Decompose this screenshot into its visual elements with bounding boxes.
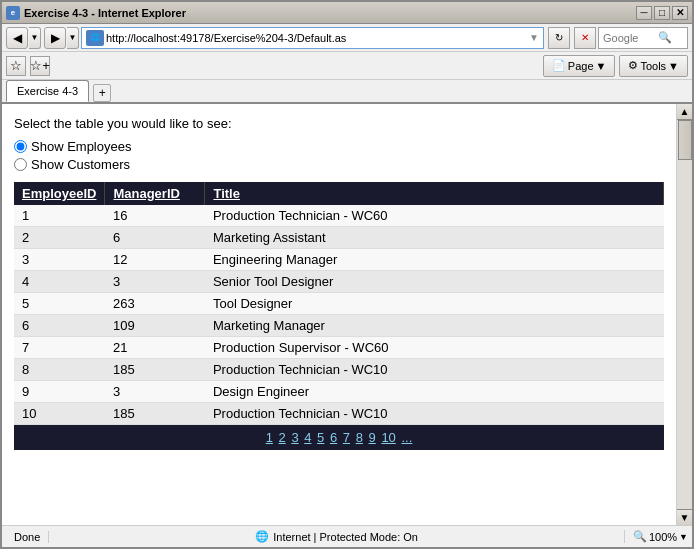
minimize-button[interactable]: ─	[636, 6, 652, 20]
stop-button[interactable]: ✕	[574, 27, 596, 49]
cell-managerid: 185	[105, 403, 205, 425]
page-button[interactable]: 📄 Page ▼	[543, 55, 616, 77]
browser-window: e Exercise 4-3 - Internet Explorer ─ □ ✕…	[0, 0, 694, 549]
cell-managerid: 263	[105, 293, 205, 315]
page-link-1[interactable]: 1	[266, 430, 273, 445]
page-link-3[interactable]: 3	[291, 430, 298, 445]
page-link-7[interactable]: 7	[343, 430, 350, 445]
address-bar[interactable]: 🌐 ▼	[81, 27, 544, 49]
page-link-5[interactable]: 5	[317, 430, 324, 445]
page-dropdown-icon: ▼	[596, 60, 607, 72]
cell-title: Senior Tool Designer	[205, 271, 664, 293]
search-icon[interactable]: 🔍	[658, 31, 672, 44]
page-link-4[interactable]: 4	[304, 430, 311, 445]
tools-button[interactable]: ⚙ Tools ▼	[619, 55, 688, 77]
status-bar: Done 🌐 Internet | Protected Mode: On 🔍 1…	[2, 525, 692, 547]
cell-employeeid: 9	[14, 381, 105, 403]
cell-title: Design Engineer	[205, 381, 664, 403]
table-row: 10 185 Production Technician - WC10	[14, 403, 664, 425]
page-icon-toolbar: 📄	[552, 59, 566, 72]
cell-title: Production Technician - WC60	[205, 205, 664, 227]
table-row: 9 3 Design Engineer	[14, 381, 664, 403]
forward-button[interactable]: ▶	[44, 27, 66, 49]
cell-managerid: 16	[105, 205, 205, 227]
pagination-bar: 1 2 3 4 5 6 7 8 9 10 ...	[14, 425, 664, 450]
search-bar[interactable]: 🔍	[598, 27, 688, 49]
cell-title: Engineering Manager	[205, 249, 664, 271]
table-header-row: EmployeeID ManagerID Title	[14, 182, 664, 205]
security-icon: 🌐	[255, 530, 269, 543]
cell-employeeid: 8	[14, 359, 105, 381]
address-input[interactable]	[106, 32, 525, 44]
zoom-icon: 🔍	[633, 530, 647, 543]
back-dropdown[interactable]: ▼	[29, 27, 41, 49]
scroll-up-button[interactable]: ▲	[677, 104, 692, 120]
cell-managerid: 21	[105, 337, 205, 359]
radio-customers-text: Show Customers	[31, 157, 130, 172]
scroll-track[interactable]	[677, 120, 692, 509]
window-title: Exercise 4-3 - Internet Explorer	[24, 7, 186, 19]
cell-title: Production Supervisor - WC60	[205, 337, 664, 359]
cell-employeeid: 1	[14, 205, 105, 227]
close-button[interactable]: ✕	[672, 6, 688, 20]
cell-title: Production Technician - WC10	[205, 403, 664, 425]
cell-title: Marketing Assistant	[205, 227, 664, 249]
radio-customers[interactable]	[14, 158, 27, 171]
zoom-value: 100%	[649, 531, 677, 543]
table-row: 7 21 Production Supervisor - WC60	[14, 337, 664, 359]
radio-employees[interactable]	[14, 140, 27, 153]
page-link-10[interactable]: 10	[381, 430, 395, 445]
add-favorites-button[interactable]: ☆+	[30, 56, 50, 76]
security-text: Internet | Protected Mode: On	[273, 531, 418, 543]
cell-managerid: 3	[105, 381, 205, 403]
page-link-2[interactable]: 2	[279, 430, 286, 445]
page-instruction: Select the table you would like to see:	[14, 116, 664, 131]
maximize-button[interactable]: □	[654, 6, 670, 20]
tools-dropdown-icon: ▼	[668, 60, 679, 72]
cell-employeeid: 5	[14, 293, 105, 315]
page-link-8[interactable]: 8	[356, 430, 363, 445]
cell-managerid: 109	[105, 315, 205, 337]
forward-dropdown[interactable]: ▼	[67, 27, 79, 49]
radio-customers-label[interactable]: Show Customers	[14, 157, 664, 172]
nav-bar: ◀ ▼ ▶ ▼ 🌐 ▼ ↻ ✕ 🔍	[2, 24, 692, 52]
cell-title: Marketing Manager	[205, 315, 664, 337]
table-row: 8 185 Production Technician - WC10	[14, 359, 664, 381]
new-tab-button[interactable]: +	[93, 84, 111, 102]
table-row: 6 109 Marketing Manager	[14, 315, 664, 337]
col-header-title: Title	[205, 182, 664, 205]
col-header-managerid: ManagerID	[105, 182, 205, 205]
cell-employeeid: 3	[14, 249, 105, 271]
page-ellipsis[interactable]: ...	[401, 430, 412, 445]
scroll-down-button[interactable]: ▼	[677, 509, 692, 525]
favorites-star-button[interactable]: ☆	[6, 56, 26, 76]
table-row: 1 16 Production Technician - WC60	[14, 205, 664, 227]
cell-title: Tool Designer	[205, 293, 664, 315]
back-button[interactable]: ◀	[6, 27, 28, 49]
data-table: EmployeeID ManagerID Title 1 16 Producti…	[14, 182, 664, 425]
cell-title: Production Technician - WC10	[205, 359, 664, 381]
cell-employeeid: 2	[14, 227, 105, 249]
radio-group: Show Employees Show Customers	[14, 139, 664, 172]
tab-exercise43[interactable]: Exercise 4-3	[6, 80, 89, 102]
tab-label: Exercise 4-3	[17, 85, 78, 97]
status-zoom[interactable]: 🔍 100% ▼	[624, 530, 688, 543]
tools-icon: ⚙	[628, 59, 638, 72]
status-done: Done	[6, 531, 49, 543]
page-link-6[interactable]: 6	[330, 430, 337, 445]
go-button[interactable]: ↻	[548, 27, 570, 49]
cell-managerid: 3	[105, 271, 205, 293]
scrollbar: ▲ ▼	[676, 104, 692, 525]
status-security: 🌐 Internet | Protected Mode: On	[57, 530, 616, 543]
search-input[interactable]	[603, 32, 658, 44]
scroll-thumb[interactable]	[678, 120, 692, 160]
cell-managerid: 6	[105, 227, 205, 249]
page-content: Select the table you would like to see: …	[2, 104, 676, 525]
radio-employees-label[interactable]: Show Employees	[14, 139, 664, 154]
page-link-9[interactable]: 9	[369, 430, 376, 445]
col-header-employeeid: EmployeeID	[14, 182, 105, 205]
zoom-dropdown-icon[interactable]: ▼	[679, 532, 688, 542]
browser-icon: e	[6, 6, 20, 20]
table-row: 2 6 Marketing Assistant	[14, 227, 664, 249]
table-row: 3 12 Engineering Manager	[14, 249, 664, 271]
